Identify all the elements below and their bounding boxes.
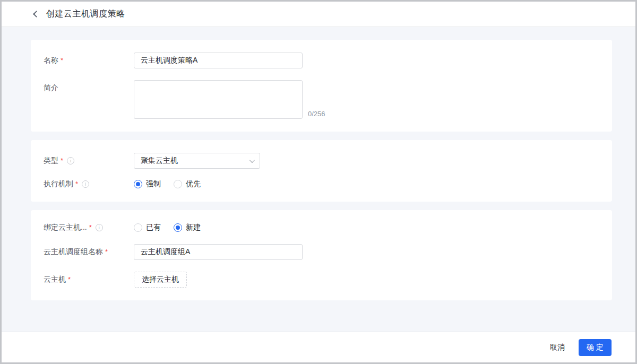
type-control: 聚集云主机	[134, 153, 260, 169]
chevron-down-icon	[249, 158, 255, 163]
group-name-label-col: 云主机调度组名称 *	[44, 247, 134, 257]
footer-bar: 取消 确 定	[2, 332, 635, 362]
bind-mode-label: 绑定云主机...	[44, 223, 87, 232]
name-label-col: 名称 *	[44, 56, 134, 65]
required-asterisk: *	[105, 248, 108, 255]
confirm-button[interactable]: 确 定	[579, 339, 612, 356]
type-label: 类型	[44, 156, 58, 166]
host-label-col: 云主机 *	[44, 275, 134, 284]
required-asterisk: *	[75, 180, 78, 187]
group-name-row: 云主机调度组名称 *	[44, 244, 599, 260]
required-asterisk: *	[68, 276, 71, 283]
mechanism-label-col: 执行机制 *	[44, 179, 134, 189]
mechanism-row: 执行机制 * 强制 优先	[44, 179, 599, 189]
radio-option-new[interactable]: 新建	[174, 223, 201, 232]
type-select[interactable]: 聚集云主机	[134, 153, 260, 169]
info-icon[interactable]	[82, 180, 89, 188]
bind-mode-label-col: 绑定云主机... *	[44, 223, 134, 232]
chevron-left-icon	[33, 11, 40, 18]
card-type: 类型 * 聚集云主机 执行机制 *	[31, 140, 612, 202]
info-icon[interactable]	[96, 224, 103, 231]
host-label: 云主机	[44, 275, 66, 284]
description-control: 0/256	[134, 80, 325, 119]
bind-mode-row: 绑定云主机... * 已有 新建	[44, 223, 599, 232]
name-label: 名称	[44, 56, 58, 65]
name-row: 名称 *	[44, 53, 599, 68]
form-body: 名称 * 简介 0/256 类型	[2, 27, 635, 332]
type-label-col: 类型 *	[44, 156, 134, 166]
required-asterisk: *	[61, 57, 63, 64]
type-select-value: 聚集云主机	[141, 156, 178, 166]
card-basic-info: 名称 * 简介 0/256	[31, 40, 612, 132]
window: 创建云主机调度策略 名称 * 简介 0/256	[0, 0, 637, 364]
radio-icon	[134, 180, 142, 188]
description-label-col: 简介	[44, 80, 134, 93]
name-input[interactable]	[134, 53, 303, 68]
select-host-button[interactable]: 选择云主机	[134, 272, 187, 288]
description-label: 简介	[44, 83, 58, 93]
group-name-label: 云主机调度组名称	[44, 247, 103, 257]
radio-option-existing[interactable]: 已有	[134, 223, 161, 232]
card-bind-host: 绑定云主机... * 已有 新建 云主机调度组名称	[31, 210, 612, 300]
mechanism-label: 执行机制	[44, 179, 73, 189]
info-icon[interactable]	[67, 157, 74, 164]
radio-icon	[174, 180, 182, 188]
host-row: 云主机 * 选择云主机	[44, 272, 599, 288]
host-control: 选择云主机	[134, 272, 187, 288]
bind-mode-radio-group: 已有 新建	[134, 223, 201, 232]
cancel-button[interactable]: 取消	[547, 340, 568, 356]
radio-icon	[174, 223, 182, 232]
char-counter: 0/256	[308, 110, 325, 119]
mechanism-radio-group: 强制 优先	[134, 179, 201, 189]
description-textarea[interactable]	[134, 80, 303, 119]
required-asterisk: *	[89, 224, 92, 231]
radio-icon	[134, 223, 142, 232]
required-asterisk: *	[61, 157, 63, 164]
back-button[interactable]	[33, 11, 40, 18]
page-header: 创建云主机调度策略	[2, 2, 635, 27]
group-name-control	[134, 244, 303, 260]
description-row: 简介 0/256	[44, 80, 599, 119]
type-row: 类型 * 聚集云主机	[44, 153, 599, 169]
group-name-input[interactable]	[134, 244, 303, 260]
page-title: 创建云主机调度策略	[46, 8, 125, 20]
radio-option-mandatory[interactable]: 强制	[134, 179, 161, 189]
radio-option-priority[interactable]: 优先	[174, 179, 201, 189]
name-control	[134, 53, 303, 68]
